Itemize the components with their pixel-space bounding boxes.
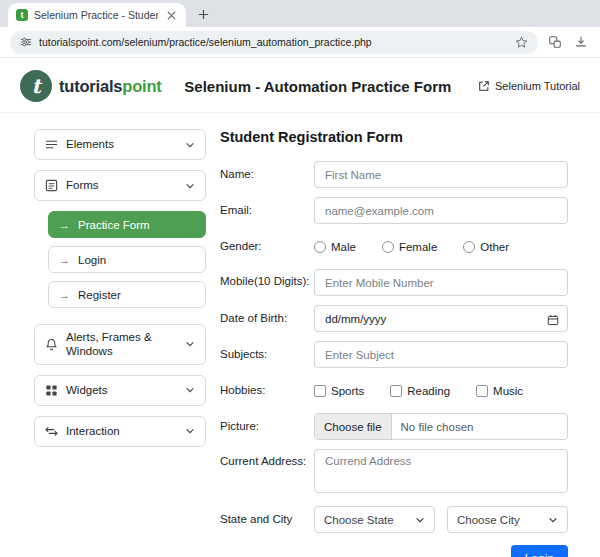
chevron-down-icon: [415, 515, 425, 525]
list-icon: [45, 138, 58, 151]
picture-row: Picture: Choose file No file chosen: [220, 413, 568, 440]
subjects-row: Subjects:: [220, 341, 568, 368]
submit-row: Login: [220, 545, 568, 557]
sidebar-item-alerts-frames-windows[interactable]: Alerts, Frames & Windows: [34, 324, 206, 365]
checkbox-icon[interactable]: [314, 385, 326, 397]
chevron-down-icon: [185, 339, 195, 349]
form-icon: [45, 179, 58, 192]
gender-male-label: Male: [331, 241, 356, 253]
sidebar-subitem-label: Register: [78, 289, 121, 301]
hobbies-row: Hobbies: Sports Reading Music: [220, 377, 568, 404]
browser-actions: [548, 35, 590, 49]
subjects-label: Subjects:: [220, 347, 314, 363]
page-title: Selenium - Automation Practice Form: [162, 78, 478, 95]
page-header: t tutorialspoint Selenium - Automation P…: [0, 58, 600, 113]
current-address-textarea[interactable]: [314, 449, 568, 493]
external-link-icon: [478, 80, 490, 92]
browser-address-bar: tutorialspoint.com/selenium/practice/sel…: [0, 27, 600, 58]
chevron-down-icon: [185, 385, 195, 395]
calendar-icon[interactable]: [547, 312, 559, 330]
tutorialspoint-logo[interactable]: t tutorialspoint: [20, 70, 162, 102]
chevron-down-icon: [185, 140, 195, 150]
form-title: Student Registration Form: [220, 129, 568, 145]
sidebar-item-label: Interaction: [66, 424, 177, 438]
registration-form: Student Registration Form Name: Email: G…: [220, 129, 568, 557]
state-select-value: Choose State: [324, 514, 415, 526]
mobile-row: Mobile(10 Digits):: [220, 269, 568, 296]
tab-close-icon[interactable]: [164, 8, 178, 22]
downloads-icon[interactable]: [574, 35, 588, 49]
grid-icon: [45, 384, 58, 397]
selenium-tutorial-link[interactable]: Selenium Tutorial: [478, 80, 580, 92]
address-row: Current Address:: [220, 449, 568, 497]
choose-file-button[interactable]: Choose file: [315, 414, 392, 439]
selenium-tutorial-label: Selenium Tutorial: [495, 80, 580, 92]
gender-male-option[interactable]: Male: [314, 241, 356, 253]
sidebar-item-practice-form[interactable]: → Practice Form: [48, 211, 206, 238]
logo-icon: t: [20, 70, 52, 102]
checkbox-icon[interactable]: [476, 385, 488, 397]
gender-other-option[interactable]: Other: [463, 241, 509, 253]
logo-text-point: point: [122, 77, 161, 95]
city-select[interactable]: Choose City: [447, 506, 568, 533]
gender-female-label: Female: [399, 241, 437, 253]
sidebar-item-login[interactable]: → Login: [48, 246, 206, 273]
sidebar-subitem-label: Login: [78, 254, 106, 266]
sidebar-item-widgets[interactable]: Widgets: [34, 375, 206, 406]
radio-icon[interactable]: [382, 241, 394, 253]
sidebar: Elements Forms → Practice Form → Login: [34, 129, 206, 557]
picture-file-input[interactable]: Choose file No file chosen: [314, 413, 568, 440]
email-label: Email:: [220, 203, 314, 219]
chevron-down-icon: [548, 515, 558, 525]
url-omnibox[interactable]: tutorialspoint.com/selenium/practice/sel…: [10, 31, 538, 54]
main-content: Elements Forms → Practice Form → Login: [0, 113, 600, 557]
arrow-right-icon: →: [59, 289, 70, 301]
tab-favicon-icon: t: [16, 9, 28, 21]
sidebar-item-forms[interactable]: Forms: [34, 170, 206, 201]
checkbox-icon[interactable]: [390, 385, 402, 397]
hobby-reading-option[interactable]: Reading: [390, 385, 450, 397]
tab-title: Selenium Practice - Student: [34, 9, 158, 21]
address-label: Current Address:: [220, 449, 314, 470]
hobbies-label: Hobbies:: [220, 383, 314, 399]
first-name-input[interactable]: [314, 161, 568, 188]
browser-tab[interactable]: t Selenium Practice - Student: [8, 3, 186, 27]
radio-icon[interactable]: [463, 241, 475, 253]
hobby-reading-label: Reading: [407, 385, 450, 397]
sidebar-item-elements[interactable]: Elements: [34, 129, 206, 160]
sidebar-item-register[interactable]: → Register: [48, 281, 206, 308]
email-row: Email:: [220, 197, 568, 224]
gender-female-option[interactable]: Female: [382, 241, 437, 253]
date-of-birth-input[interactable]: [314, 305, 568, 332]
hobby-sports-option[interactable]: Sports: [314, 385, 364, 397]
browser-tab-strip: t Selenium Practice - Student: [0, 0, 600, 27]
forms-submenu: → Practice Form → Login → Register: [34, 211, 206, 318]
state-select[interactable]: Choose State: [314, 506, 435, 533]
bell-icon: [45, 338, 58, 351]
state-city-row: State and City Choose State Choose City: [220, 506, 568, 533]
arrow-right-icon: →: [59, 219, 70, 231]
logo-text: tutorialspoint: [59, 77, 162, 96]
dob-label: Date of Birth:: [220, 311, 314, 327]
gender-row: Gender: Male Female Other: [220, 233, 568, 260]
sidebar-subitem-label: Practice Form: [78, 219, 150, 231]
login-button[interactable]: Login: [511, 545, 568, 557]
logo-text-tutorials: tutorials: [59, 77, 122, 95]
city-select-value: Choose City: [457, 514, 548, 526]
mobile-input[interactable]: [314, 269, 568, 296]
site-info-icon[interactable]: [20, 36, 32, 48]
sidebar-item-interaction[interactable]: Interaction: [34, 416, 206, 447]
state-city-label: State and City: [220, 512, 314, 528]
swap-arrows-icon: [45, 425, 58, 438]
subjects-input[interactable]: [314, 341, 568, 368]
radio-icon[interactable]: [314, 241, 326, 253]
new-tab-button[interactable]: [192, 3, 214, 25]
hobby-music-option[interactable]: Music: [476, 385, 523, 397]
hobby-sports-label: Sports: [331, 385, 364, 397]
bookmark-star-icon[interactable]: [515, 36, 528, 49]
name-row: Name:: [220, 161, 568, 188]
chevron-down-icon: [185, 426, 195, 436]
url-text[interactable]: tutorialspoint.com/selenium/practice/sel…: [39, 36, 508, 48]
email-input[interactable]: [314, 197, 568, 224]
extensions-icon[interactable]: [548, 35, 562, 49]
